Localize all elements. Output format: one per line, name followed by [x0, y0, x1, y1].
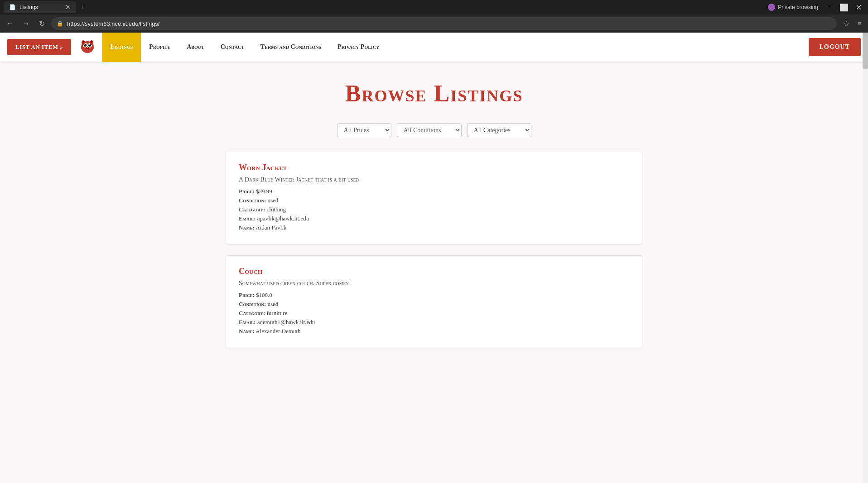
bookmark-button[interactable]: ☆: [840, 18, 852, 30]
private-browsing-label: Private browsing: [778, 4, 818, 10]
scrollbar-thumb[interactable]: [863, 33, 868, 69]
toolbar-actions: ☆ ≡: [840, 18, 864, 30]
listing-card-0: Worn Jacket A Dark Blue Winter Jacket th…: [226, 152, 642, 244]
nav-link-listings[interactable]: Listings: [102, 33, 141, 62]
browser-chrome: 📄 Listings ✕ + Private browsing − ⬜ ✕ ← …: [0, 0, 868, 33]
listing-email-0: Email: apavlik@hawk.iit.edu: [239, 215, 629, 222]
forward-button[interactable]: →: [20, 18, 33, 29]
nav-link-terms[interactable]: Terms and Conditions: [252, 33, 329, 62]
listing-category-1: Category: furniture: [239, 310, 629, 317]
listing-condition-0: Condition: used: [239, 197, 629, 204]
nav-link-privacy[interactable]: Privacy Policy: [329, 33, 387, 62]
listing-email-1: Email: ademuth1@hawk.iit.edu: [239, 319, 629, 326]
nav-link-contact[interactable]: Contact: [212, 33, 252, 62]
price-filter[interactable]: All Prices Under $25 $25–$50 $50–$100 Ov…: [337, 123, 391, 137]
app-nav: List an Item Listings Profile About Cont…: [0, 33, 868, 62]
private-browsing-icon: [768, 4, 775, 11]
private-browsing-indicator: Private browsing: [768, 4, 818, 11]
nav-link-about[interactable]: About: [178, 33, 212, 62]
owl-logo-svg: [78, 37, 96, 55]
browser-toolbar: ← → ↻ 🔒 https://system63.rice.iit.edu/li…: [0, 14, 868, 33]
tab-favicon: 📄: [9, 4, 16, 10]
nav-link-profile[interactable]: Profile: [141, 33, 178, 62]
listing-condition-1: Condition: used: [239, 301, 629, 308]
category-filter[interactable]: All Categories Clothing Furniture Electr…: [467, 123, 531, 137]
list-item-button[interactable]: List an Item: [7, 39, 71, 55]
listing-card-1: Couch Somewhat used green couch. Super c…: [226, 255, 642, 348]
condition-filter[interactable]: All Conditions New Like New Used Poor: [397, 123, 462, 137]
menu-button[interactable]: ≡: [855, 18, 864, 29]
tab-close-icon[interactable]: ✕: [65, 4, 71, 11]
listing-price-1: Price: $100.0: [239, 292, 629, 299]
listing-name-0: Name: Aidan Pavlik: [239, 224, 629, 231]
main-content: Browse Listings All Prices Under $25 $25…: [217, 62, 651, 377]
nav-links: Listings Profile About Contact Terms and…: [102, 33, 387, 62]
maximize-button[interactable]: ⬜: [837, 3, 851, 12]
tab-bar: 📄 Listings ✕ + Private browsing − ⬜ ✕: [0, 0, 868, 14]
svg-point-11: [82, 41, 84, 43]
listing-category-0: Category: clothing: [239, 206, 629, 213]
refresh-button[interactable]: ↻: [36, 18, 48, 30]
listing-desc-0: A Dark Blue Winter Jacket that is a bit …: [239, 176, 629, 183]
logout-button[interactable]: Logout: [809, 38, 861, 56]
tab-title: Listings: [19, 4, 38, 10]
listing-title-0: Worn Jacket: [239, 163, 629, 172]
svg-point-6: [89, 44, 90, 45]
window-controls: − ⬜ ✕: [825, 3, 864, 12]
address-bar[interactable]: 🔒 https://system63.rice.iit.edu/listings…: [51, 17, 837, 30]
listing-price-0: Price: $39.99: [239, 188, 629, 195]
active-tab[interactable]: 📄 Listings ✕: [4, 1, 76, 13]
minimize-button[interactable]: −: [825, 3, 835, 12]
back-button[interactable]: ←: [4, 18, 16, 29]
svg-point-12: [91, 41, 92, 43]
listing-desc-1: Somewhat used green couch. Super comfy!: [239, 280, 629, 287]
scrollbar[interactable]: [863, 33, 868, 483]
logo: [78, 37, 96, 57]
url-text: https://system63.rice.iit.edu/listings/: [67, 20, 159, 27]
page-title: Browse Listings: [226, 80, 642, 107]
filter-bar: All Prices Under $25 $25–$50 $50–$100 Ov…: [226, 123, 642, 137]
svg-point-5: [84, 44, 85, 45]
security-icon: 🔒: [57, 20, 63, 27]
listing-title-1: Couch: [239, 267, 629, 276]
close-button[interactable]: ✕: [853, 3, 864, 12]
new-tab-button[interactable]: +: [78, 3, 88, 12]
listing-name-1: Name: Alexander Demuth: [239, 328, 629, 335]
